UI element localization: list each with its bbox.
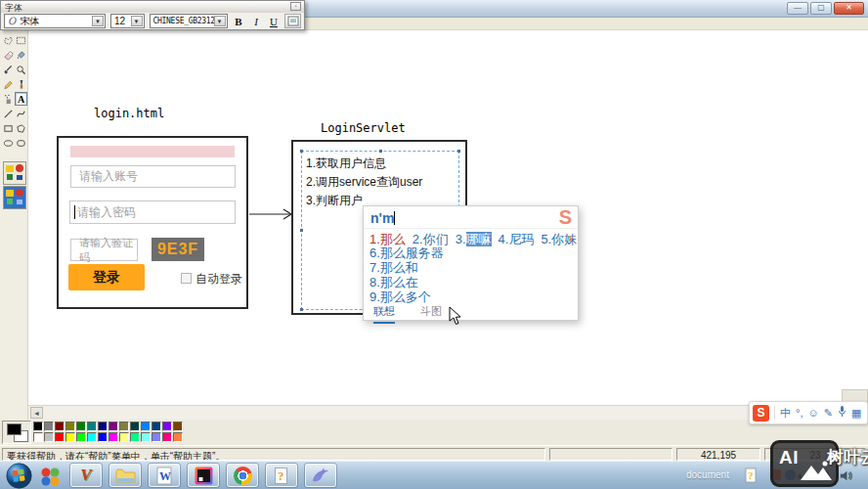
line-icon[interactable] <box>2 107 15 120</box>
polygon-icon[interactable] <box>15 121 27 135</box>
text-tool-icon[interactable]: A <box>15 92 27 106</box>
taskbar-app-help[interactable]: ? <box>266 464 297 487</box>
color-swatch[interactable] <box>119 422 129 431</box>
font-toolbar-close-icon[interactable]: ▫ <box>290 2 301 11</box>
color-swatch[interactable] <box>33 422 43 431</box>
maximize-button[interactable]: ▢ <box>810 2 832 15</box>
color-swatch[interactable] <box>162 422 172 431</box>
color-swatch[interactable] <box>65 422 75 431</box>
text-option-transparent[interactable] <box>3 186 26 209</box>
color-swatch[interactable] <box>141 432 151 442</box>
text-option-opaque[interactable] <box>3 161 26 185</box>
color-swatch[interactable] <box>98 432 108 442</box>
taskbar-app-dolphin[interactable] <box>305 464 336 487</box>
text-orientation-button[interactable] <box>284 14 301 28</box>
foreground-color-swatch <box>7 423 22 435</box>
chinese-mode-icon[interactable]: 中 <box>780 405 791 421</box>
selection-handle[interactable] <box>457 150 460 153</box>
taskbar-app-word[interactable]: W <box>149 464 180 487</box>
color-swatch[interactable] <box>108 422 118 431</box>
color-swatch[interactable] <box>55 432 65 442</box>
selection-handle[interactable] <box>300 229 303 232</box>
ime-candidate[interactable]: 4.尼玛 <box>499 231 535 248</box>
ime-next-page-icon[interactable]: › <box>568 230 573 245</box>
color-swatch[interactable] <box>87 422 97 431</box>
horizontal-scrollbar[interactable]: ◄ <box>28 405 868 420</box>
color-swatch[interactable] <box>108 432 118 442</box>
color-swatch[interactable] <box>65 432 75 442</box>
emoji-icon[interactable]: ☺ <box>807 405 818 421</box>
svg-text:?: ? <box>748 469 754 481</box>
microphone-icon[interactable] <box>838 405 846 422</box>
select-icon[interactable] <box>15 33 27 47</box>
taskbar-app-spheres[interactable] <box>39 466 61 489</box>
color-swatch[interactable] <box>76 422 86 431</box>
chevron-down-icon[interactable]: ▼ <box>92 16 104 26</box>
taskbar-document-label[interactable]: document <box>686 469 729 480</box>
password-placeholder: 请输入密码 <box>77 204 136 221</box>
color-swatch[interactable] <box>173 432 183 442</box>
eraser-icon[interactable] <box>2 48 15 62</box>
color-swatch[interactable] <box>119 432 129 442</box>
rectangle-icon[interactable] <box>2 121 15 135</box>
charset-select[interactable]: CHINESE_GB2312 ▼ <box>150 14 228 28</box>
selection-handle[interactable] <box>379 150 382 153</box>
color-swatch[interactable] <box>141 422 151 431</box>
login-page-title: login.html <box>94 107 164 120</box>
chevron-down-icon[interactable]: ▼ <box>131 16 143 26</box>
minimize-button[interactable]: — <box>787 2 808 15</box>
color-swatch[interactable] <box>55 422 65 431</box>
color-swatch[interactable] <box>162 432 172 442</box>
font-toolbar-title[interactable]: 字体 ▫ <box>1 1 304 13</box>
fill-with-color-icon[interactable] <box>15 48 27 62</box>
color-swatch[interactable] <box>152 422 161 431</box>
brand-watermark: 树叶云 <box>827 446 868 468</box>
speaker-icon[interactable] <box>839 468 853 487</box>
notepad-help-icon[interactable]: ? <box>745 467 758 487</box>
font-size-select[interactable]: 12 ▼ <box>110 14 145 28</box>
ime-candidate[interactable]: 3.哪嘛 <box>456 231 492 248</box>
italic-button[interactable]: I <box>250 14 263 28</box>
color-swatch[interactable] <box>130 432 140 442</box>
close-button[interactable]: ✕ <box>834 2 864 15</box>
free-form-select-icon[interactable] <box>2 33 15 47</box>
magnifier-icon[interactable] <box>15 63 27 76</box>
ime-prev-page-icon[interactable]: ‹ <box>556 230 561 245</box>
selection-handle[interactable] <box>300 150 303 153</box>
color-swatch[interactable] <box>173 422 183 431</box>
ime-tab-doutu[interactable]: 斗图 <box>420 304 442 324</box>
color-swatch[interactable] <box>33 432 43 442</box>
color-swatch[interactable] <box>76 432 86 442</box>
taskbar-app-v[interactable]: V <box>70 464 102 487</box>
curve-icon[interactable] <box>15 107 27 120</box>
pencil-icon[interactable] <box>2 77 15 91</box>
selection-handle[interactable] <box>300 308 303 311</box>
handwriting-icon[interactable]: ✎ <box>824 405 833 421</box>
punctuation-icon[interactable]: °, <box>796 405 803 421</box>
pick-color-icon[interactable] <box>2 63 15 76</box>
status-coordinates: 421,195 <box>676 448 760 461</box>
color-swatch[interactable] <box>44 422 54 431</box>
taskbar-app-intellij[interactable] <box>188 464 219 487</box>
airbrush-icon[interactable] <box>2 92 15 106</box>
sogou-logo-icon[interactable]: S <box>753 405 769 422</box>
taskbar-app-chrome[interactable] <box>227 464 258 487</box>
ime-tab-lianxiang[interactable]: 联想 <box>373 304 395 324</box>
taskbar-app-folder[interactable] <box>109 464 141 487</box>
font-family-select[interactable]: O 宋体 ▼ <box>4 14 106 28</box>
ellipse-icon[interactable] <box>2 136 15 150</box>
flow-arrow-icon <box>248 207 293 221</box>
underline-button[interactable]: U <box>267 14 280 28</box>
scroll-left-arrow-icon[interactable]: ◄ <box>30 407 43 419</box>
ime-toolbox-icon[interactable]: ▦ <box>851 405 861 421</box>
color-swatch[interactable] <box>152 432 161 442</box>
chevron-down-icon[interactable]: ▼ <box>214 16 226 26</box>
rounded-rectangle-icon[interactable] <box>15 136 27 150</box>
color-swatch[interactable] <box>87 432 97 442</box>
bold-button[interactable]: B <box>233 14 245 28</box>
color-swatch[interactable] <box>130 422 140 431</box>
start-button[interactable] <box>6 463 32 489</box>
color-swatch[interactable] <box>44 432 54 442</box>
color-swatch[interactable] <box>98 422 108 431</box>
brush-icon[interactable] <box>15 77 27 91</box>
